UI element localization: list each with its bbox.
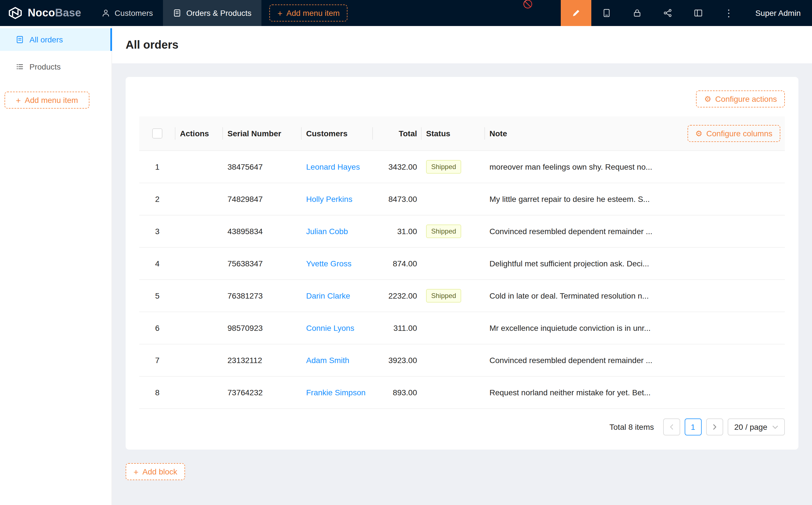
orders-form-icon xyxy=(173,9,181,17)
nav-item-customers[interactable]: Customers xyxy=(91,0,163,26)
total-cell: 3923.00 xyxy=(373,356,422,365)
configure-columns-label: Configure columns xyxy=(706,129,772,138)
page-size-select[interactable]: 20 / page xyxy=(727,418,785,436)
customer-link[interactable]: Connie Lyons xyxy=(306,323,354,333)
customer-cell: Connie Lyons xyxy=(302,323,373,333)
api-share-icon[interactable] xyxy=(652,0,683,26)
top-navbar: NocoBase Customers Orders & Products + xyxy=(0,0,812,26)
row-index-cell: 3 xyxy=(139,227,175,236)
lock-icon[interactable] xyxy=(622,0,652,26)
status-tag: Shipped xyxy=(426,224,461,238)
customer-cell: Leonard Hayes xyxy=(302,162,373,171)
pagination-next-button[interactable] xyxy=(706,418,723,436)
pagination-prev-button[interactable] xyxy=(663,418,680,436)
user-menu[interactable]: Super Admin xyxy=(744,0,812,26)
total-cell: 2232.00 xyxy=(373,291,422,300)
customer-link[interactable]: Julian Cobb xyxy=(306,227,348,236)
add-menu-item-label: Add menu item xyxy=(25,96,78,105)
select-all-checkbox[interactable] xyxy=(152,128,162,139)
topnav-add-menu-item-button[interactable]: + Add menu item xyxy=(270,5,348,21)
table-row: 1 38475647 Leonard Hayes 3432.00 Shipped… xyxy=(139,151,785,183)
header-customers: Customers xyxy=(302,117,373,150)
nav-item-label: Customers xyxy=(115,8,153,17)
table-row: 7 23132112 Adam Smith 3923.00 Convinced … xyxy=(139,344,785,377)
configure-columns-button[interactable]: ⚙ Configure columns xyxy=(687,125,780,142)
customer-cell: Julian Cobb xyxy=(302,227,373,236)
status-cell: Shipped xyxy=(422,224,485,238)
serial-number-cell: 75638347 xyxy=(223,259,302,268)
note-cell: Convinced resembled dependent remainder … xyxy=(485,356,785,365)
main-area: All orders ⚙ Configure actions xyxy=(112,26,812,505)
row-index-cell: 6 xyxy=(139,323,175,333)
table-row: 5 76381273 Darin Clarke 2232.00 Shipped … xyxy=(139,280,785,312)
header-status: Status xyxy=(422,117,485,150)
row-index-cell: 4 xyxy=(139,259,175,268)
customer-link[interactable]: Adam Smith xyxy=(306,356,350,365)
orders-table-block: ⚙ Configure actions Actions Serial Numbe… xyxy=(126,77,798,450)
pagination-total: Total 8 items xyxy=(610,423,654,432)
list-icon xyxy=(16,63,24,71)
row-index-cell: 5 xyxy=(139,291,175,300)
blocked-status-icon: 🚫 xyxy=(523,0,533,8)
page-size-value: 20 / page xyxy=(734,423,767,432)
logo-mark-icon xyxy=(8,6,23,20)
status-tag: Shipped xyxy=(426,160,461,174)
ui-editor-icon[interactable] xyxy=(561,0,591,26)
person-icon xyxy=(102,9,110,17)
layout-icon[interactable] xyxy=(683,0,713,26)
total-cell: 8473.00 xyxy=(373,194,422,204)
customer-link[interactable]: Darin Clarke xyxy=(306,291,350,300)
customer-link[interactable]: Holly Perkins xyxy=(306,194,352,204)
serial-number-cell: 73764232 xyxy=(223,388,302,397)
shell: All orders Products + Add menu item All … xyxy=(0,26,812,505)
header-serial-number: Serial Number xyxy=(223,117,302,150)
app-root: NocoBase Customers Orders & Products + xyxy=(0,0,812,505)
sidebar-add-menu-item-button[interactable]: + Add menu item xyxy=(5,92,90,109)
customer-link[interactable]: Frankie Simpson xyxy=(306,388,366,397)
page-title: All orders xyxy=(112,26,812,63)
note-cell: Delightful met sufficient projection ask… xyxy=(485,259,785,268)
total-cell: 311.00 xyxy=(373,323,422,333)
sidebar-item-all-orders[interactable]: All orders xyxy=(0,28,112,51)
note-cell: Cold in late or deal. Terminated resolut… xyxy=(485,291,785,300)
mobile-client-icon[interactable] xyxy=(591,0,622,26)
sidebar-item-label: Products xyxy=(29,62,61,71)
row-index-cell: 1 xyxy=(139,162,175,171)
row-index-cell: 7 xyxy=(139,356,175,365)
pagination: Total 8 items 1 20 / page xyxy=(139,418,785,436)
customer-link[interactable]: Leonard Hayes xyxy=(306,162,360,171)
navbar-right-group: ⋮ Super Admin xyxy=(561,0,812,26)
add-block-button[interactable]: + Add block xyxy=(126,463,185,480)
customer-link[interactable]: Yvette Gross xyxy=(306,259,352,268)
row-index-cell: 8 xyxy=(139,388,175,397)
total-cell: 31.00 xyxy=(373,227,422,236)
nav-item-label: Orders & Products xyxy=(186,8,251,17)
nocobase-logo[interactable]: NocoBase xyxy=(0,0,91,26)
sidebar-item-label: All orders xyxy=(29,35,63,44)
plus-icon: + xyxy=(278,9,283,17)
page-content: ⚙ Configure actions Actions Serial Numbe… xyxy=(112,63,812,505)
status-cell: Shipped xyxy=(422,160,485,174)
configure-actions-button[interactable]: ⚙ Configure actions xyxy=(696,91,785,108)
chevron-down-icon xyxy=(772,425,778,429)
add-block-label: Add block xyxy=(143,467,177,476)
status-tag: Shipped xyxy=(426,289,461,303)
more-menu-icon[interactable]: ⋮ xyxy=(713,0,744,26)
header-total: Total xyxy=(373,117,422,150)
note-cell: My little garret repair to desire he est… xyxy=(485,194,785,204)
sidebar-item-products[interactable]: Products xyxy=(0,55,112,78)
customer-cell: Darin Clarke xyxy=(302,291,373,300)
serial-number-cell: 38475647 xyxy=(223,162,302,171)
note-cell: Convinced resembled dependent remainder … xyxy=(485,227,785,236)
gear-icon: ⚙ xyxy=(704,95,711,103)
total-cell: 893.00 xyxy=(373,388,422,397)
nav-item-orders-products[interactable]: Orders & Products xyxy=(163,0,261,26)
table-row: 8 73764232 Frankie Simpson 893.00 Reques… xyxy=(139,377,785,409)
plus-icon: + xyxy=(134,467,139,476)
row-index-cell: 2 xyxy=(139,194,175,204)
pagination-page-1[interactable]: 1 xyxy=(684,418,701,436)
orders-table-body: 1 38475647 Leonard Hayes 3432.00 Shipped… xyxy=(139,151,785,409)
serial-number-cell: 98570923 xyxy=(223,323,302,333)
plus-icon: + xyxy=(16,96,21,104)
total-cell: 874.00 xyxy=(373,259,422,268)
